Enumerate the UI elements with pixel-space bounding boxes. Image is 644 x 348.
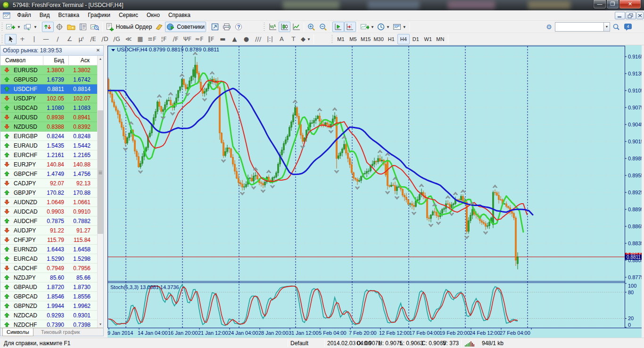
menu-окно[interactable]: Окно <box>142 10 164 21</box>
symbol-row-audcad[interactable]: AUDCAD0.99030.9910 <box>0 207 97 216</box>
tool-button[interactable]: /// <box>252 34 264 44</box>
maximize-button[interactable]: ❐ <box>606 0 619 9</box>
minimize-button[interactable]: — <box>593 0 606 9</box>
scroll-down-icon[interactable]: ▼ <box>98 321 103 328</box>
dropdown-arrow-icon[interactable]: ▼ <box>403 25 406 29</box>
settings-button[interactable]: ⚙ <box>543 22 555 32</box>
symbol-row-usdcad[interactable]: USDCAD1.10801.1083 <box>0 103 97 113</box>
market-watch-button[interactable] <box>42 22 54 32</box>
panel-splitter[interactable] <box>104 45 107 336</box>
symbol-row-eurusd[interactable]: EURUSD1.38001.3802 <box>0 66 97 75</box>
symbol-row-euraud[interactable]: EURAUD1.54351.5442 <box>0 141 97 150</box>
dropdown-arrow-icon[interactable]: ▼ <box>371 25 374 29</box>
tool-button[interactable]: ≈F <box>193 34 205 44</box>
tool-button[interactable]: /G <box>111 34 123 44</box>
symbol-row-eurgbp[interactable]: EURGBP0.82440.8248 <box>0 132 97 141</box>
print-button[interactable] <box>221 22 233 32</box>
data-window-button[interactable] <box>54 22 66 32</box>
symbol-row-nzdusd[interactable]: NZDUSD0.83880.8392 <box>0 122 97 132</box>
tool-button[interactable]: ● <box>240 34 252 44</box>
symbol-row-usdchf[interactable]: USDCHF0.88110.8814 <box>0 84 97 94</box>
timeframe-m1-button[interactable]: M1 <box>335 34 347 44</box>
symbol-row-cadchf[interactable]: CADCHF0.79490.7956 <box>0 264 97 273</box>
toolbar-grip[interactable] <box>331 34 333 44</box>
mdi-restore-button[interactable] <box>626 12 636 19</box>
timeframe-m15-button[interactable]: M15 <box>359 34 372 44</box>
chart-shift-button[interactable] <box>344 22 356 32</box>
chart-window[interactable]: 0.91650.91350.91050.90750.90450.90150.89… <box>107 45 642 338</box>
symbol-row-gbpchf[interactable]: GBPCHF1.47491.4756 <box>0 169 97 179</box>
bar-chart-button[interactable] <box>267 22 279 32</box>
tool-button[interactable]: /D <box>99 34 111 44</box>
market-watch-close-icon[interactable]: ✕ <box>95 47 101 54</box>
scroll-up-icon[interactable]: ▲ <box>98 56 103 62</box>
symbol-row-eurcad[interactable]: EURCAD1.52901.5298 <box>0 254 97 264</box>
timeframe-m5-button[interactable]: M5 <box>347 34 359 44</box>
tool-button[interactable]: |:| <box>264 34 276 44</box>
symbol-row-nzdjpy[interactable]: NZDJPY85.6085.66 <box>0 273 97 282</box>
mdi-minimize-button[interactable] <box>615 12 625 19</box>
tool-button[interactable]: ≡F <box>146 34 158 44</box>
menu-вставка[interactable]: Вставка <box>54 10 84 21</box>
tool-button[interactable]: ∥F <box>205 34 217 44</box>
symbol-row-gbpaud[interactable]: GBPAUD1.87201.8730 <box>0 282 97 292</box>
menu-вид[interactable]: Вид <box>35 10 54 21</box>
symbol-row-audchf[interactable]: AUDCHF0.78750.7882 <box>0 216 97 226</box>
terminal-button[interactable] <box>77 22 89 32</box>
tool-button[interactable]: ▲ <box>229 34 240 44</box>
tool-button[interactable]: ◆▼ <box>299 34 312 44</box>
dropdown-arrow-icon[interactable]: ▼ <box>33 25 37 29</box>
tool-button[interactable]: ΨF <box>182 34 193 44</box>
menu-сервис[interactable]: Сервис <box>115 10 142 21</box>
symbol-row-audnzd[interactable]: AUDNZD1.06491.0661 <box>0 198 97 207</box>
tab-tick-chart[interactable]: Тиковый график <box>37 328 84 336</box>
tab-symbols[interactable]: Символы <box>2 328 33 336</box>
scrollbar-thumb[interactable] <box>98 110 103 234</box>
symbol-row-gbpcad[interactable]: GBPCAD1.85461.8556 <box>0 292 97 301</box>
advisors-button[interactable]: Советники <box>165 22 206 32</box>
timeframe-mn-button[interactable]: MN <box>434 34 446 44</box>
status-profile[interactable]: Default <box>290 340 308 347</box>
symbol-row-nzdchf[interactable]: NZDCHF0.73900.7398 <box>0 320 97 328</box>
market-watch-scrollbar[interactable]: ▲ ▼ <box>97 56 103 328</box>
timeframe-w1-button[interactable]: W1 <box>422 34 434 44</box>
search-input[interactable] <box>555 22 604 32</box>
new-order-button[interactable]: Новый Ордер <box>104 22 153 32</box>
dropdown-arrow-icon[interactable]: ▼ <box>386 25 390 29</box>
close-button[interactable]: ✕ <box>619 0 641 9</box>
candle-chart-button[interactable] <box>279 22 290 32</box>
tool-button[interactable]: ∕F <box>170 34 182 44</box>
search-dropdown-icon[interactable]: ▼ <box>604 22 610 32</box>
help-button[interactable]: ? <box>233 22 245 32</box>
dropdown-arrow-icon[interactable]: ▼ <box>307 37 311 41</box>
indicators-button[interactable]: ▼ <box>359 22 376 32</box>
timeframe-d1-button[interactable]: D1 <box>410 34 422 44</box>
tool-button[interactable]: /E <box>87 34 99 44</box>
toolbar-grip[interactable] <box>263 22 265 32</box>
zoom-out-button[interactable] <box>317 22 329 32</box>
tester-button[interactable] <box>89 22 101 32</box>
tool-button[interactable]: / <box>52 34 64 44</box>
line-chart-button[interactable] <box>290 22 302 32</box>
tool-button[interactable]: T <box>288 34 299 44</box>
symbol-row-eurjpy[interactable]: EURJPY140.84140.88 <box>0 160 97 169</box>
menu-графики[interactable]: Графики <box>83 10 115 21</box>
symbol-row-gbpusd[interactable]: GBPUSD1.67391.6742 <box>0 75 97 84</box>
tool-button[interactable]: ▬ <box>217 34 229 44</box>
profiles-button[interactable]: ▼ <box>22 22 39 32</box>
toolbar-grip[interactable] <box>1 34 3 44</box>
fullscreen-button[interactable] <box>209 22 221 32</box>
symbol-row-eurnzd[interactable]: EURNZD1.64431.6458 <box>0 245 97 254</box>
cursor-button[interactable] <box>5 34 17 44</box>
price-chart[interactable]: 0.91650.91350.91050.90750.90450.90150.89… <box>107 45 642 338</box>
toolbar-grip[interactable] <box>1 22 3 32</box>
menu-файл[interactable]: Файл <box>13 10 35 21</box>
symbol-row-nzdcad[interactable]: NZDCAD0.92930.9301 <box>0 311 97 320</box>
tool-button[interactable]: ▦ <box>134 34 146 44</box>
tool-button[interactable]: + <box>17 34 28 44</box>
new-chart-button[interactable]: ▼ <box>5 22 22 32</box>
tool-button[interactable]: ≪ <box>123 34 134 44</box>
timeframe-h4-button[interactable]: H4 <box>397 34 410 44</box>
periods-button[interactable]: ▼ <box>376 22 391 32</box>
tool-button[interactable]: | <box>28 34 40 44</box>
